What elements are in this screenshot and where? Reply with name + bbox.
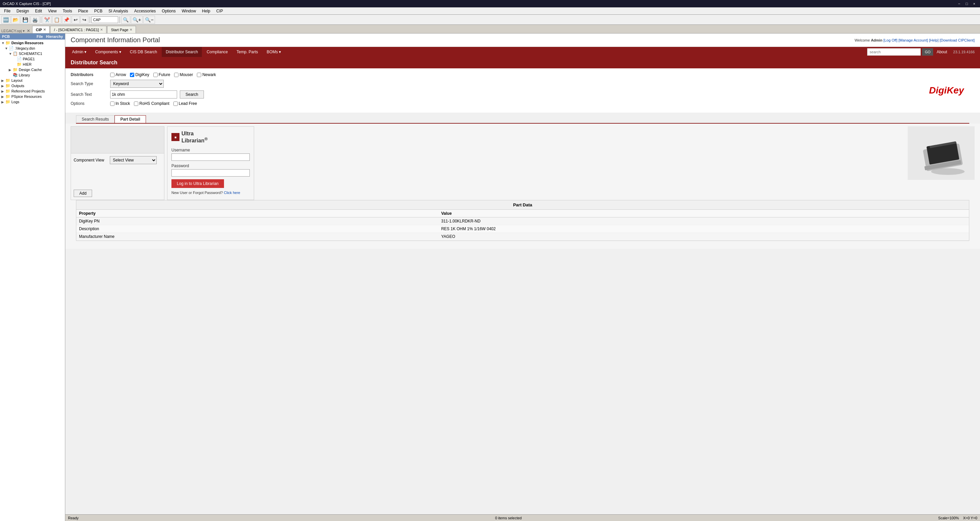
redo-btn[interactable]: ↪	[80, 16, 88, 24]
expand-icon: ▼	[9, 52, 13, 56]
status-items-selected: 0 items selected	[495, 516, 522, 520]
tab-cip[interactable]: CIP ✕	[32, 26, 49, 33]
component-view-select[interactable]: Select View	[110, 156, 157, 164]
save-btn[interactable]: 💾	[21, 16, 30, 24]
sidebar-item-outputs[interactable]: ▶ 📁 Outputs	[1, 83, 64, 88]
legacy-close[interactable]: ✕	[27, 29, 30, 33]
zoom-out-btn[interactable]: 🔍−	[143, 16, 155, 24]
tab-schematic-close[interactable]: ✕	[100, 28, 103, 32]
sidebar-item-referenced-projects[interactable]: ▶ 📁 Referenced Projects	[1, 88, 64, 94]
zoom-in-btn[interactable]: 🔍+	[131, 16, 143, 24]
sidebar-hierarchy-btn[interactable]: Hierarchy	[46, 35, 63, 38]
menu-pcb[interactable]: PCB	[91, 8, 105, 14]
search-text-input[interactable]	[110, 91, 177, 99]
arrow-checkbox[interactable]	[110, 73, 115, 77]
ul-username-input[interactable]	[172, 153, 250, 161]
tab-schematic[interactable]: / - [SCHEMATIC1 : PAGE1] ✕	[50, 26, 107, 33]
add-button[interactable]: Add	[74, 190, 92, 197]
nav-boms[interactable]: BOMs ▾	[263, 47, 285, 57]
sidebar-item-page1[interactable]: 📄 PAGE1	[1, 56, 64, 62]
ul-forgot-link[interactable]: Click here	[224, 191, 240, 195]
sidebar-item-hier[interactable]: 📁 HIER	[1, 62, 64, 67]
schematic1-label: SCHEMATIC1	[19, 52, 42, 56]
menu-accessories[interactable]: Accessories	[132, 8, 159, 14]
print-btn[interactable]: 🖨️	[30, 16, 40, 24]
log-off-link[interactable]: [Log Off]	[883, 38, 897, 42]
sidebar-item-design-resources[interactable]: ▼ 📁 Design Resources	[1, 40, 64, 46]
cap-input[interactable]	[91, 16, 118, 23]
search-type-select[interactable]: Keyword Part Number Manufacturer	[110, 80, 164, 88]
menu-file[interactable]: File	[2, 8, 13, 14]
menu-edit[interactable]: Edit	[32, 8, 45, 14]
part-detail-with-image: Component View Select View Add	[71, 126, 975, 200]
sidebar-item-logs[interactable]: ▶ 📁 Logs	[1, 99, 64, 105]
open-btn[interactable]: 📂	[11, 16, 20, 24]
digikey-checkbox[interactable]	[130, 73, 134, 77]
in-stock-label[interactable]: In Stock	[110, 101, 130, 106]
nav-distributor-search[interactable]: Distributor Search	[162, 47, 202, 57]
maximize-btn[interactable]: □	[964, 2, 970, 6]
nav-admin[interactable]: Admin ▾	[68, 47, 91, 57]
lead-free-label[interactable]: Lead Free	[173, 101, 197, 106]
tab-cip-close[interactable]: ✕	[43, 28, 46, 32]
ul-password-input[interactable]	[172, 169, 250, 177]
newark-checkbox[interactable]	[197, 73, 201, 77]
tab-start-page-close[interactable]: ✕	[130, 28, 132, 32]
sidebar-item-legacy[interactable]: ▼ 📄 .\\legacy.dsn	[1, 46, 64, 51]
nav-search-input[interactable]	[867, 48, 921, 56]
digikey-checkbox-label[interactable]: DigiKey	[130, 72, 149, 77]
nav-search-btn[interactable]: GO	[922, 48, 933, 56]
cip-title: Component Information Portal	[71, 36, 160, 44]
mouser-checkbox-label[interactable]: Mouser	[174, 72, 193, 77]
tab-start-page[interactable]: Start Page ✕	[107, 26, 136, 33]
nav-cis-db-search[interactable]: CIS DB Search	[126, 47, 161, 57]
menu-tools[interactable]: Tools	[60, 8, 75, 14]
cut-btn[interactable]: ✂️	[43, 16, 52, 24]
arrow-checkbox-label[interactable]: Arrow	[110, 72, 126, 77]
menu-si-analysis[interactable]: SI Analysis	[106, 8, 131, 14]
ul-login-btn[interactable]: Log in to Ultra Librarian	[172, 179, 224, 188]
tabs-bar: LEGACY.opj ▾ ✕ CIP ✕ / - [SCHEMATIC1 : P…	[0, 25, 980, 33]
mouser-checkbox[interactable]	[174, 73, 178, 77]
search-button[interactable]: Search	[180, 91, 204, 99]
undo-btn[interactable]: ↩	[72, 16, 80, 24]
tab-search-results[interactable]: Search Results	[76, 115, 115, 123]
sidebar-item-layout[interactable]: ▶ 📁 Layout	[1, 78, 64, 83]
copy-btn[interactable]: 📋	[52, 16, 61, 24]
menu-window[interactable]: Window	[179, 8, 199, 14]
sidebar-item-library[interactable]: 📚 Library	[1, 72, 64, 78]
rohs-checkbox[interactable]	[134, 102, 138, 106]
menu-options[interactable]: Options	[159, 8, 178, 14]
close-btn[interactable]: ×	[971, 2, 977, 6]
help-link[interactable]: [Help]	[929, 38, 939, 42]
menu-help[interactable]: Help	[199, 8, 213, 14]
paste-btn[interactable]: 📌	[62, 16, 71, 24]
new-btn[interactable]: 🆕	[2, 16, 10, 24]
manage-account-link[interactable]: [Manage Account]	[899, 38, 928, 42]
nav-compliance[interactable]: Compliance	[202, 47, 232, 57]
options-row: Options In Stock RoHS Compliant	[71, 101, 908, 106]
nav-temp-parts[interactable]: Temp. Parts	[233, 47, 262, 57]
sidebar-item-schematic1[interactable]: ▼ 📋 SCHEMATIC1	[1, 51, 64, 56]
in-stock-checkbox[interactable]	[110, 102, 115, 106]
menu-design[interactable]: Design	[14, 8, 32, 14]
zoom-btn[interactable]: 🔍	[121, 16, 130, 24]
rohs-label[interactable]: RoHS Compliant	[134, 101, 169, 106]
tab-part-detail[interactable]: Part Detail	[115, 115, 146, 123]
sidebar-item-pspice[interactable]: ▶ 📁 PSpice Resources	[1, 94, 64, 99]
sidebar-item-design-cache[interactable]: ▶ 📁 Design Cache	[1, 67, 64, 72]
menu-cip[interactable]: CIP	[213, 8, 226, 14]
component-view-label: Component View	[74, 158, 107, 163]
minimize-btn[interactable]: −	[956, 2, 962, 6]
window-controls[interactable]: − □ ×	[956, 2, 977, 6]
future-checkbox-label[interactable]: Future	[153, 72, 170, 77]
menu-place[interactable]: Place	[75, 8, 91, 14]
menu-view[interactable]: View	[45, 8, 59, 14]
lead-free-checkbox[interactable]	[173, 102, 178, 106]
expand-icon: ▼	[2, 41, 5, 45]
future-checkbox[interactable]	[153, 73, 158, 77]
nav-components[interactable]: Components ▾	[91, 47, 125, 57]
download-cip-link[interactable]: [Download CIPClient]	[940, 38, 975, 42]
sidebar-file-btn[interactable]: File	[37, 35, 43, 38]
newark-checkbox-label[interactable]: Newark	[197, 72, 216, 77]
